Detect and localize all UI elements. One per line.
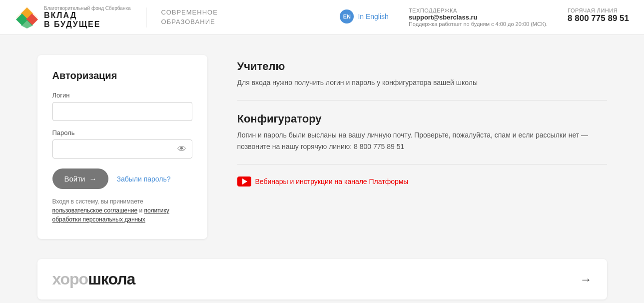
password-group: Пароль 👁 (52, 129, 192, 158)
banner-text-gray: хоро (52, 270, 88, 288)
password-input-wrap: 👁 (52, 140, 192, 158)
forgot-password-link[interactable]: Забыли пароль? (116, 175, 170, 183)
logo-text: Благотворительный фонд Сбербанка ВКЛАД В… (44, 6, 131, 28)
login-group: Логин (52, 92, 192, 121)
support-block: ТЕХПОДДЕРЖКА support@sberclass.ru Поддер… (409, 8, 548, 27)
teacher-title: Учителю (237, 60, 607, 73)
auth-actions: Войти → Забыли пароль? (52, 168, 192, 189)
logo-icon (15, 6, 39, 30)
youtube-icon (237, 176, 251, 186)
banner-text: хорошкола (52, 270, 135, 288)
teacher-block: Учителю Для входа нужно получить логин и… (237, 60, 607, 100)
logo-block: Благотворительный фонд Сбербанка ВКЛАД В… (15, 6, 131, 30)
configurator-block: Конфигуратору Логин и пароль были выслан… (237, 112, 607, 164)
bottom-banner[interactable]: хорошкола → (37, 259, 607, 300)
password-input[interactable] (52, 140, 192, 158)
info-section: Учителю Для входа нужно получить логин и… (237, 55, 607, 186)
banner-text-dark: школа (88, 270, 135, 288)
lang-badge: EN (340, 10, 354, 24)
login-input-wrap (52, 102, 192, 121)
login-label: Логин (52, 92, 192, 99)
header: Благотворительный фонд Сбербанка ВКЛАД В… (0, 0, 644, 35)
lang-block[interactable]: EN In English (340, 10, 388, 24)
logo-line1: ВКЛАД (44, 11, 131, 20)
password-label: Пароль (52, 129, 192, 136)
hotline-number: 8 800 775 89 51 (568, 14, 629, 24)
terms-link1[interactable]: пользовательское соглашение (52, 207, 138, 214)
hotline-block: ГОРЯЧАЯ ЛИНИЯ 8 800 775 89 51 (568, 8, 629, 24)
configurator-text: Логин и пароль были высланы на вашу личн… (237, 130, 607, 152)
lang-link[interactable]: In English (358, 12, 388, 20)
support-label: ТЕХПОДДЕРЖКА (409, 8, 548, 14)
header-subtitle: СОВРЕМЕННОЕ ОБРАЗОВАНИЕ (161, 8, 218, 26)
support-email: support@sberclass.ru (409, 14, 548, 21)
header-divider (146, 8, 146, 28)
toggle-password-icon[interactable]: 👁 (177, 144, 186, 154)
login-input[interactable] (52, 102, 192, 121)
header-right: EN In English ТЕХПОДДЕРЖКА support@sberc… (340, 8, 629, 27)
auth-card: Авторизация Логин Пароль 👁 Войти → Забыл… (37, 55, 207, 239)
logo-line2: В БУДУЩЕЕ (44, 20, 131, 29)
auth-title: Авторизация (52, 70, 192, 82)
header-left: Благотворительный фонд Сбербанка ВКЛАД В… (15, 6, 218, 30)
support-note: Поддержка работает по будням с 4:00 до 2… (409, 21, 548, 27)
teacher-text: Для входа нужно получить логин и пароль … (237, 77, 607, 88)
banner-arrow[interactable]: → (580, 272, 592, 286)
logo-subtext: Благотворительный фонд Сбербанка (44, 6, 131, 11)
auth-terms: Входя в систему, вы принимаете пользоват… (52, 197, 192, 224)
login-button[interactable]: Войти → (52, 168, 109, 189)
hotline-label: ГОРЯЧАЯ ЛИНИЯ (568, 8, 629, 14)
configurator-title: Конфигуратору (237, 112, 607, 126)
main-content: Авторизация Логин Пароль 👁 Войти → Забыл… (22, 35, 622, 259)
youtube-block[interactable]: Вебинары и инструкции на канале Платформ… (237, 176, 607, 186)
youtube-link[interactable]: Вебинары и инструкции на канале Платформ… (237, 176, 607, 186)
